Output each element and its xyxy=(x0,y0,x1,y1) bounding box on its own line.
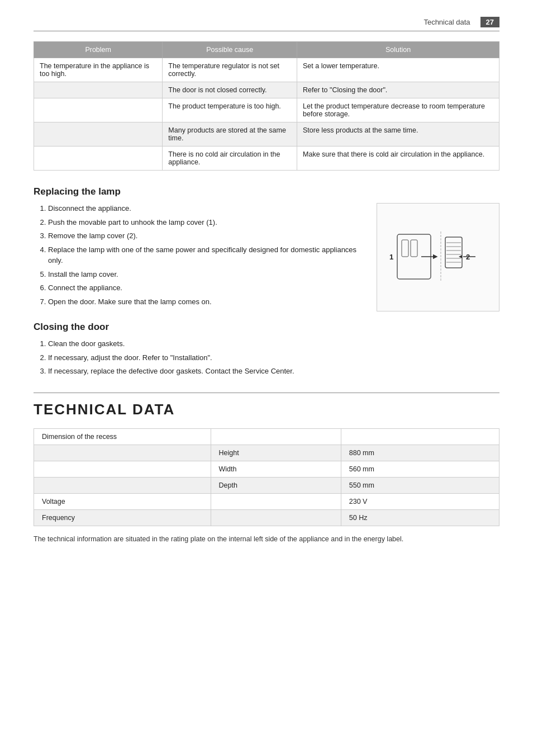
col-cause: Possible cause xyxy=(163,42,297,58)
table-row: The product temperature is too high.Let … xyxy=(34,98,499,122)
header-title: Technical data xyxy=(423,18,470,26)
table-row: Height880 mm xyxy=(34,445,499,461)
table-row: There is no cold air circulation in the … xyxy=(34,147,499,171)
tech-footer: The technical information are situated i… xyxy=(34,534,499,545)
list-item: Remove the lamp cover (2). xyxy=(48,230,365,242)
list-item: Replace the lamp with one of the same po… xyxy=(48,244,365,266)
list-item: Install the lamp cover. xyxy=(48,269,365,280)
lamp-steps: Disconnect the appliance.Push the movabl… xyxy=(34,203,365,307)
closing-door-section: Closing the door Clean the door gaskets.… xyxy=(34,322,499,377)
door-steps: Clean the door gaskets.If necessary, adj… xyxy=(34,338,499,377)
trouble-table: Problem Possible cause Solution The temp… xyxy=(34,41,499,171)
table-row: Frequency50 Hz xyxy=(34,509,499,526)
page-header: Technical data 27 xyxy=(34,17,499,31)
list-item: Push the movable part to unhook the lamp… xyxy=(48,217,365,228)
table-row: The temperature in the appliance is too … xyxy=(34,58,499,82)
svg-rect-2 xyxy=(402,240,408,257)
svg-rect-7 xyxy=(445,237,462,268)
svg-text:1: 1 xyxy=(389,253,393,261)
svg-marker-15 xyxy=(459,255,462,258)
list-item: If necessary, adjust the door. Refer to … xyxy=(48,352,499,363)
closing-door-title: Closing the door xyxy=(34,322,499,333)
technical-data-title: TECHNICAL DATA xyxy=(34,393,499,418)
table-row: The door is not closed correctly.Refer t… xyxy=(34,82,499,98)
table-row: Dimension of the recess xyxy=(34,428,499,445)
col-problem: Problem xyxy=(34,42,163,58)
replacing-lamp-section: Disconnect the appliance.Push the movabl… xyxy=(34,203,499,311)
replacing-lamp-steps: Disconnect the appliance.Push the movabl… xyxy=(34,203,365,311)
list-item: Disconnect the appliance. xyxy=(48,203,365,214)
page-number: 27 xyxy=(480,17,499,27)
list-item: Clean the door gaskets. xyxy=(48,338,499,349)
replacing-lamp-title: Replacing the lamp xyxy=(34,186,499,197)
lamp-illustration: 1 2 xyxy=(385,223,491,290)
table-row: Depth550 mm xyxy=(34,477,499,493)
table-row: Voltage230 V xyxy=(34,493,499,509)
svg-rect-3 xyxy=(411,240,417,257)
table-row: Width560 mm xyxy=(34,461,499,477)
table-row: Many products are stored at the same tim… xyxy=(34,122,499,147)
list-item: If necessary, replace the defective door… xyxy=(48,366,499,377)
list-item: Connect the appliance. xyxy=(48,282,365,294)
list-item: Open the door. Make sure that the lamp c… xyxy=(48,296,365,308)
lamp-diagram: 1 2 xyxy=(377,203,499,311)
col-solution: Solution xyxy=(297,42,499,58)
tech-table: Dimension of the recessHeight880 mmWidth… xyxy=(34,428,499,526)
